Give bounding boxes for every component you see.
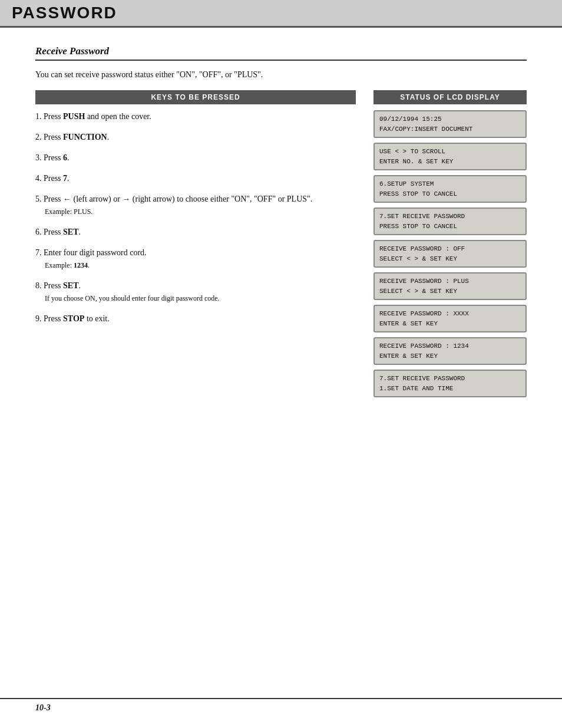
step-2-bold: FUNCTION <box>63 133 107 141</box>
step-6-bold: SET <box>63 228 78 236</box>
step-5: 5. Press ← (left arrow) or → (right arro… <box>35 193 356 218</box>
step-3-bold: 6 <box>63 153 67 162</box>
right-column: STATUS OF LCD DISPLAY 09/12/1994 15:25 F… <box>373 90 527 397</box>
right-col-header: STATUS OF LCD DISPLAY <box>373 90 527 104</box>
lcd-display-4b: RECEIVE PASSWORD : OFF SELECT < > & SET … <box>373 240 527 268</box>
left-column: KEYS TO BE PRESSED 1. Press PUSH and ope… <box>35 90 356 333</box>
page-number: 10-3 <box>35 703 51 712</box>
step-2: 2. Press FUNCTION. <box>35 131 356 143</box>
lcd-display-group: 09/12/1994 15:25 FAX/COPY:INSERT DOCUMEN… <box>373 110 527 397</box>
page-header: PASSWORD <box>0 0 562 28</box>
page-title: PASSWORD <box>12 4 117 22</box>
lcd-display-4a: 7.SET RECEIVE PASSWORD PRESS STOP TO CAN… <box>373 207 527 235</box>
step-1-bold: PUSH <box>63 112 85 121</box>
two-column-layout: KEYS TO BE PRESSED 1. Press PUSH and ope… <box>35 90 527 397</box>
section-title: Receive Password <box>35 45 527 61</box>
step-7: 7. Enter four digit password cord. Examp… <box>35 246 356 271</box>
main-content: Receive Password You can set receive pas… <box>0 28 562 415</box>
step-3: 3. Press 6. <box>35 151 356 164</box>
lcd-display-1: 09/12/1994 15:25 FAX/COPY:INSERT DOCUMEN… <box>373 110 527 138</box>
step-8-bold: SET <box>63 281 78 290</box>
intro-text: You can set receive password status eith… <box>35 70 527 80</box>
step-1: 1. Press PUSH and open the cover. <box>35 110 356 123</box>
step-7-sub: Example: 1234. <box>45 261 90 269</box>
step-4: 4. Press 7. <box>35 172 356 185</box>
step-4-bold: 7 <box>63 174 67 183</box>
lcd-display-5: RECEIVE PASSWORD : PLUS SELECT < > & SET… <box>373 272 527 300</box>
lcd-display-8: 7.SET RECEIVE PASSWORD 1.SET DATE AND TI… <box>373 370 527 397</box>
lcd-display-7: RECEIVE PASSWORD : 1234 ENTER & SET KEY <box>373 337 527 365</box>
step-6: 6. Press SET. <box>35 226 356 238</box>
step-5-sub: Example: PLUS. <box>45 207 92 216</box>
step-9-bold: STOP <box>63 314 84 323</box>
step-9: 9. Press STOP to exit. <box>35 312 356 325</box>
lcd-display-2: USE < > TO SCROLL ENTER NO. & SET KEY <box>373 143 527 170</box>
step-8: 8. Press SET. If you choose ON, you shou… <box>35 279 356 304</box>
lcd-display-6: RECEIVE PASSWORD : XXXX ENTER & SET KEY <box>373 305 527 332</box>
page-footer: 10-3 <box>0 698 562 716</box>
step-8-sub: If you choose ON, you should enter four … <box>45 294 220 302</box>
left-col-header: KEYS TO BE PRESSED <box>35 90 356 104</box>
lcd-display-3: 6.SETUP SYSTEM PRESS STOP TO CANCEL <box>373 175 527 203</box>
